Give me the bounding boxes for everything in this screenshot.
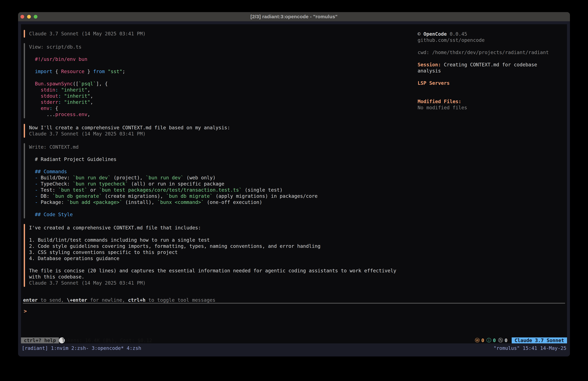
terminal-line: stdin: "inherit",: [29, 87, 404, 93]
warning-counter: ⓦ 0: [475, 337, 484, 344]
chat-transcript: Claude 3.7 Sonnet (14 May 2025 03:41 PM)…: [24, 31, 404, 286]
terminal-line: [29, 62, 404, 68]
terminal-line: Now I'll create a comprehensive CONTEXT.…: [29, 125, 404, 131]
terminal-line: [418, 86, 568, 92]
close-button[interactable]: [21, 15, 24, 19]
terminal-line: #!/usr/bin/env bun: [29, 56, 404, 62]
window-title: [2/3] radiant:3:opencode - "romulus": [251, 14, 337, 19]
tmux-window-3[interactable]: 3:opencode*: [92, 345, 124, 352]
terminal-line: 2. Code style guidelines covering import…: [29, 243, 404, 249]
terminal-line: 1. Build/lint/test commands including ho…: [29, 237, 404, 243]
terminal-line: - Package: `bun add <package>` (install)…: [29, 199, 404, 205]
tmux-session-name: [radiant]: [22, 345, 48, 352]
warning-icon: ⓦ: [475, 337, 480, 344]
terminal-line: Bun.spawnSync([`psql`], {: [29, 81, 404, 87]
terminal-line: Claude 3.7 Sonnet (14 May 2025 03:41 PM): [29, 280, 404, 286]
diagnostic-counters: ⓦ 0 ⓘ 0 ⓗ 0: [475, 337, 507, 343]
terminal-line: - TypeCheck: `bun run typecheck` (all) o…: [29, 181, 404, 187]
tokens-cost-chip: Tokens: 16.4K (8%), Cost: $0.12: [59, 337, 65, 343]
tmux-window-4[interactable]: 4:zsh: [127, 345, 141, 352]
info-counter: ⓘ 0: [486, 337, 496, 344]
terminal-line: View: script/db.ts: [29, 44, 404, 50]
tmux-window-list: [radiant] 1:nvim 2:zsh- 3:opencode* 4:zs…: [18, 345, 144, 352]
terminal-line: enter to send, \+enter for newline, ctrl…: [23, 297, 215, 303]
tmux-window-1[interactable]: 1:nvim: [51, 345, 68, 352]
tmux-spacer: [144, 345, 493, 352]
message-block: View: script/db.ts #!/usr/bin/env bun im…: [24, 44, 404, 117]
tmux-status-bar: [radiant] 1:nvim 2:zsh- 3:opencode* 4:zs…: [18, 345, 570, 352]
terminal-line: [29, 262, 404, 268]
terminal-line: [29, 231, 404, 237]
terminal-line: [29, 150, 404, 156]
terminal-line: Session: Creating CONTEXT.md for codebas…: [418, 62, 568, 68]
minimize-button[interactable]: [27, 15, 31, 19]
terminal-line: # Radiant Project Guidelines: [29, 156, 404, 162]
terminal-line: The file is concise (20 lines) and captu…: [29, 268, 404, 274]
terminal-content: Claude 3.7 Sonnet (14 May 2025 03:41 PM)…: [18, 21, 570, 357]
tmux-window-2[interactable]: 2:zsh-: [71, 345, 89, 352]
message-block: I've created a comprehensive CONTEXT.md …: [24, 225, 404, 286]
terminal-line: 3. CSS styling conventions specific to t…: [29, 249, 404, 255]
terminal-line: [418, 74, 568, 80]
terminal-line: Write: CONTEXT.md: [29, 144, 404, 150]
message-block: Claude 3.7 Sonnet (14 May 2025 03:41 PM): [24, 31, 404, 37]
terminal-line: [418, 56, 568, 62]
terminal-line: [29, 205, 404, 211]
terminal-line: import { Resource } from "sst";: [29, 68, 404, 75]
terminal-line: ## Code Style: [29, 211, 404, 218]
terminal-line: I've created a comprehensive CONTEXT.md …: [29, 225, 404, 231]
terminal-line: [418, 43, 568, 49]
terminal-line: Claude 3.7 Sonnet (14 May 2025 03:41 PM): [29, 131, 404, 137]
input-separator: [23, 303, 565, 304]
terminal-line: analysis: [418, 68, 568, 74]
status-bar: ctrl+? help Tokens: 16.4K (8%), Cost: $0…: [21, 337, 567, 343]
info-icon: ⓘ: [486, 337, 491, 344]
terminal-line: Claude 3.7 Sonnet (14 May 2025 03:41 PM): [29, 31, 404, 37]
status-spacer: [65, 337, 475, 343]
hint-counter: ⓗ 0: [498, 337, 507, 344]
terminal-line: stderr: "inherit",: [29, 99, 404, 105]
terminal-line: Modified Files:: [418, 98, 568, 105]
terminal-line: - Test: `bun test` or `bun test packages…: [29, 187, 404, 193]
traffic-lights: [21, 15, 38, 19]
terminal-line: [29, 162, 404, 169]
terminal-line: with this codebase.: [29, 274, 404, 280]
terminal-line: 4. Database operations guidance: [29, 255, 404, 262]
terminal-line: env: {: [29, 105, 404, 112]
terminal-line: [418, 92, 568, 98]
terminal-line: [29, 75, 404, 81]
desktop: [2/3] radiant:3:opencode - "romulus" Cla…: [0, 0, 588, 381]
terminal-line: No modified files: [418, 105, 568, 111]
keybinding-hints: enter to send, \+enter for newline, ctrl…: [23, 297, 215, 303]
terminal-line: ## Commands: [29, 169, 404, 175]
terminal-line: ...process.env,: [29, 112, 404, 117]
terminal-line: stdout: "inherit",: [29, 93, 404, 99]
message-block: Write: CONTEXT.md # Radiant Project Guid…: [24, 144, 404, 218]
opencode-tui: Claude 3.7 Sonnet (14 May 2025 03:41 PM)…: [21, 24, 567, 343]
session-sidebar: © OpenCode 0.0.45github.com/sst/opencode…: [418, 31, 568, 111]
terminal-line: github.com/sst/opencode: [418, 37, 568, 43]
terminal-window: [2/3] radiant:3:opencode - "romulus" Cla…: [18, 12, 570, 357]
terminal-line: - Build/Dev: `bun run dev` (project), `b…: [29, 175, 404, 181]
terminal-line: © OpenCode 0.0.45: [418, 31, 568, 37]
prompt-caret: >: [24, 308, 27, 314]
terminal-line: LSP Servers: [418, 80, 568, 86]
window-titlebar[interactable]: [2/3] radiant:3:opencode - "romulus": [18, 12, 570, 21]
terminal-line: - DB: `bun db generate` (create migratio…: [29, 193, 404, 199]
terminal-line: [29, 50, 404, 56]
tmux-host-clock: "romulus" 15:41 14-May-25: [493, 345, 570, 352]
help-chip: ctrl+? help: [21, 337, 59, 343]
model-badge: Claude 3.7 Sonnet: [512, 337, 567, 343]
zoom-button[interactable]: [34, 15, 38, 19]
prompt-input[interactable]: >: [24, 308, 27, 314]
hint-icon: ⓗ: [498, 337, 503, 344]
terminal-line: cwd: /home/thdxr/dev/projects/radiant/ra…: [418, 49, 568, 56]
message-block: Now I'll create a comprehensive CONTEXT.…: [24, 125, 404, 137]
